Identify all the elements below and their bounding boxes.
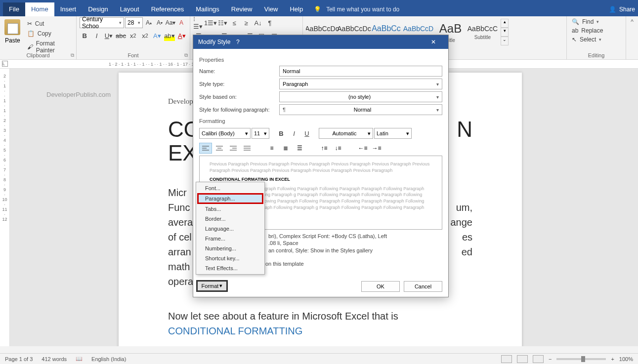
format-underline-button[interactable]: U bbox=[301, 128, 313, 139]
font-color-button[interactable]: A▾ bbox=[177, 30, 187, 41]
grow-font-button[interactable]: A▴ bbox=[144, 17, 154, 28]
menu-view[interactable]: View bbox=[258, 2, 284, 16]
view-web-button[interactable] bbox=[533, 355, 544, 363]
styles-more-button[interactable]: ⌄ bbox=[501, 37, 509, 45]
format-menu-paragraph[interactable]: Paragraph... bbox=[197, 193, 263, 204]
change-case-button[interactable]: Aa▾ bbox=[166, 17, 175, 28]
paste-button[interactable]: Paste bbox=[3, 17, 22, 55]
view-read-button[interactable] bbox=[501, 355, 512, 363]
name-input[interactable]: Normal bbox=[279, 66, 442, 77]
format-menu-frame[interactable]: Frame... bbox=[197, 234, 263, 243]
spacing-2-button[interactable]: ☰ bbox=[293, 143, 306, 154]
align-left-button[interactable] bbox=[199, 143, 212, 154]
format-size-select[interactable]: 11▾ bbox=[252, 128, 269, 139]
zoom-slider[interactable] bbox=[556, 358, 606, 360]
menu-layout[interactable]: Layout bbox=[114, 2, 145, 16]
replace-button[interactable]: abReplace bbox=[570, 26, 623, 35]
ok-button[interactable]: OK bbox=[361, 281, 400, 292]
font-name-select[interactable]: Century Schoo▾ bbox=[80, 17, 124, 28]
multilevel-button[interactable]: ☷▾ bbox=[217, 17, 228, 28]
format-bold-button[interactable]: B bbox=[275, 128, 287, 139]
clear-formatting-button[interactable]: A bbox=[176, 17, 186, 28]
numbering-button[interactable]: 1☰▾ bbox=[205, 17, 216, 28]
align-right-button[interactable] bbox=[227, 143, 240, 154]
zoom-level[interactable]: 100% bbox=[619, 356, 633, 362]
status-page[interactable]: Page 1 of 3 bbox=[5, 356, 33, 362]
format-menu-numbering[interactable]: Numbering... bbox=[197, 243, 263, 253]
format-italic-button[interactable]: I bbox=[288, 128, 300, 139]
space-before-dec-button[interactable]: ↓≡ bbox=[332, 143, 344, 154]
status-language[interactable]: English (India) bbox=[91, 356, 126, 362]
styles-up-button[interactable]: ▴ bbox=[501, 19, 509, 28]
tab-selector-icon[interactable]: L bbox=[2, 61, 8, 67]
format-menu-tabs[interactable]: Tabs... bbox=[197, 204, 263, 214]
font-launcher-icon[interactable]: ⧉ bbox=[184, 52, 188, 58]
italic-button[interactable]: I bbox=[91, 30, 101, 41]
vertical-ruler[interactable]: 2·1··1·1·2·3·4·5·6·7·8·9·10·11·12 bbox=[0, 69, 10, 346]
styletype-select[interactable]: Paragraph▾ bbox=[279, 79, 442, 89]
share-button[interactable]: 👤 Share bbox=[609, 6, 635, 13]
dialog-titlebar[interactable]: Modify Style ? ✕ bbox=[193, 35, 448, 49]
bullets-button[interactable]: ⁝☰▾ bbox=[193, 17, 204, 28]
format-menu-language[interactable]: Language... bbox=[197, 224, 263, 234]
highlight-button[interactable]: ab▾ bbox=[164, 30, 174, 41]
cut-button[interactable]: ✂Cut bbox=[25, 19, 73, 28]
sort-button[interactable]: A↓ bbox=[253, 17, 263, 28]
font-size-select[interactable]: 28▾ bbox=[125, 17, 143, 28]
menu-design[interactable]: Design bbox=[82, 2, 114, 16]
menu-references[interactable]: References bbox=[145, 2, 190, 16]
show-marks-button[interactable]: ¶ bbox=[264, 17, 275, 28]
shrink-font-button[interactable]: A▾ bbox=[155, 17, 165, 28]
view-print-button[interactable] bbox=[517, 355, 528, 363]
zoom-out-button[interactable]: − bbox=[549, 356, 552, 362]
bold-button[interactable]: B bbox=[80, 30, 89, 41]
clipboard-launcher-icon[interactable]: ⧉ bbox=[71, 52, 74, 58]
format-menu-border[interactable]: Border... bbox=[197, 214, 263, 224]
menu-insert[interactable]: Insert bbox=[54, 2, 83, 16]
format-color-select[interactable]: Automatic▾ bbox=[319, 128, 373, 139]
menu-home[interactable]: Home bbox=[25, 2, 54, 16]
find-button[interactable]: 🔍Find▾ bbox=[570, 17, 623, 26]
basedon-select[interactable]: (no style)▾ bbox=[279, 91, 442, 102]
spacing-15-button[interactable]: ≣ bbox=[279, 143, 292, 154]
format-menu-font[interactable]: Font... bbox=[197, 183, 263, 193]
copy-button[interactable]: 📋Copy bbox=[25, 29, 73, 38]
menu-help[interactable]: Help bbox=[284, 2, 309, 16]
cancel-button[interactable]: Cancel bbox=[404, 281, 442, 292]
menu-mailings[interactable]: Mailings bbox=[190, 2, 225, 16]
status-words[interactable]: 412 words bbox=[42, 356, 67, 362]
strikethrough-button[interactable]: abc bbox=[116, 30, 126, 41]
menu-file[interactable]: File bbox=[3, 2, 25, 16]
tell-me-search[interactable]: 💡 Tell me what you want to do bbox=[314, 6, 399, 13]
align-center-button[interactable] bbox=[213, 143, 226, 154]
format-script-select[interactable]: Latin▾ bbox=[374, 128, 412, 139]
format-menu-shortcut[interactable]: Shortcut key... bbox=[197, 253, 263, 263]
dialog-help-button[interactable]: ? bbox=[230, 39, 245, 45]
editing-group-label: Editing bbox=[588, 52, 605, 58]
following-select[interactable]: Normal▾ bbox=[279, 104, 442, 115]
status-proof-icon[interactable]: 📖 bbox=[76, 356, 83, 362]
text-effects-button[interactable]: A▾ bbox=[152, 30, 162, 41]
ribbon-collapse-button[interactable]: ^ bbox=[626, 16, 638, 59]
style-subtitle[interactable]: AaBbCcCSubtitle bbox=[467, 18, 499, 46]
zoom-in-button[interactable]: + bbox=[611, 356, 614, 362]
format-font-select[interactable]: Calibri (Body)▾ bbox=[199, 128, 251, 139]
underline-button[interactable]: U▾ bbox=[104, 30, 114, 41]
format-dropdown-button[interactable]: Format▾ bbox=[196, 280, 228, 292]
increase-indent-button[interactable]: ≥ bbox=[241, 17, 252, 28]
select-button[interactable]: ↖Select▾ bbox=[570, 35, 623, 44]
doc-link[interactable]: CONDITIONAL FORMATTING bbox=[168, 324, 472, 338]
space-before-inc-button[interactable]: ↑≡ bbox=[318, 143, 331, 154]
dialog-close-button[interactable]: ✕ bbox=[424, 39, 443, 45]
indent-dec-button[interactable]: ←≡ bbox=[356, 143, 369, 154]
superscript-button[interactable]: x2 bbox=[140, 30, 150, 41]
subscript-button[interactable]: x2 bbox=[128, 30, 138, 41]
decrease-indent-button[interactable]: ≤ bbox=[229, 17, 240, 28]
menu-review[interactable]: Review bbox=[225, 2, 258, 16]
styletype-value: Paragraph bbox=[283, 81, 308, 87]
format-menu-texteffects[interactable]: Text Effects... bbox=[197, 263, 263, 273]
align-justify-button[interactable] bbox=[241, 143, 254, 154]
spacing-1-button[interactable]: ≡ bbox=[265, 143, 278, 154]
styles-down-button[interactable]: ▾ bbox=[501, 28, 509, 37]
indent-inc-button[interactable]: →≡ bbox=[370, 143, 383, 154]
